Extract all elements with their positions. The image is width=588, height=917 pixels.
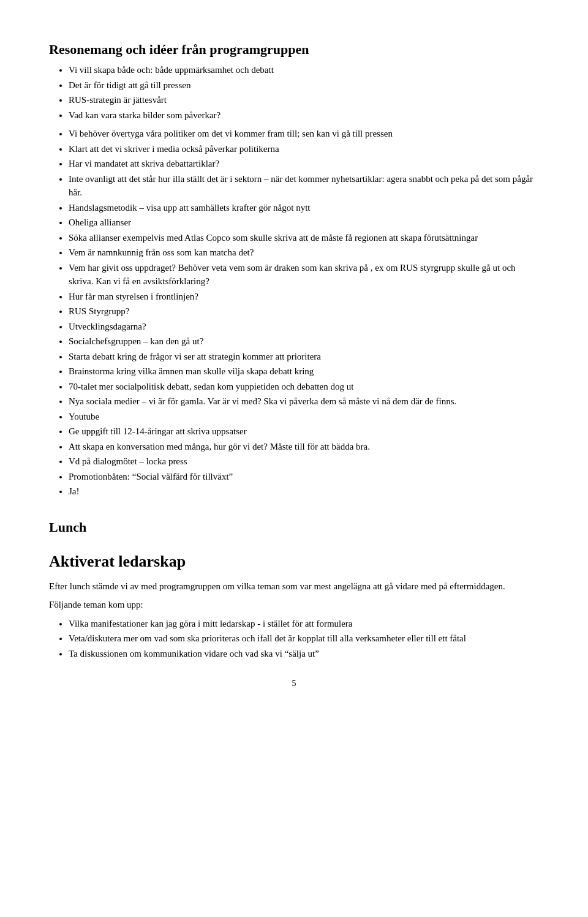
bullet-list-1: Vi vill skapa både och: både uppmärksamh…	[69, 63, 539, 122]
list-item: Hur får man styrelsen i frontlinjen?	[69, 290, 539, 304]
list-item: Vad kan vara starka bilder som påverkar?	[69, 108, 539, 123]
list-item: Youtube	[69, 410, 539, 424]
list-item: Socialchefsgruppen – kan den gå ut?	[69, 334, 539, 349]
list-item: Vi vill skapa både och: både uppmärksamh…	[69, 63, 539, 77]
list-item: Har vi mandatet att skriva debattartikla…	[69, 157, 539, 171]
list-item: Ja!	[69, 485, 539, 499]
list-item: Klart att det vi skriver i media också p…	[69, 142, 539, 156]
list-item: Vi behöver övertyga våra politiker om de…	[69, 127, 539, 141]
list-item: Utvecklingsdagarna?	[69, 320, 539, 334]
list-item: Vem har givit oss uppdraget? Behöver vet…	[69, 261, 539, 289]
list-item: Inte ovanligt att det står hur illa stäl…	[69, 172, 539, 200]
list-item: Nya sociala medier – vi är för gamla. Va…	[69, 394, 539, 409]
list-item: Att skapa en konversation med många, hur…	[69, 440, 539, 454]
list-item: Brainstorma kring vilka ämnen man skulle…	[69, 364, 539, 379]
lunch-heading: Lunch	[49, 517, 539, 537]
list-item: Oheliga allianser	[69, 216, 539, 230]
page: Resonemang och idéer från programgruppen…	[0, 0, 588, 702]
list-item: RUS-strategin är jättesvårt	[69, 93, 539, 107]
aktiverat-intro: Efter lunch stämde vi av med programgrup…	[49, 579, 539, 594]
aktiverat-heading: Aktiverat ledarskap	[49, 549, 539, 573]
list-item: Starta debatt kring de frågor vi ser att…	[69, 350, 539, 364]
list-item: RUS Styrgrupp?	[69, 304, 539, 319]
aktiverat-following-text: Följande teman kom upp:	[49, 598, 539, 612]
list-item: Vem är namnkunnig från oss som kan match…	[69, 246, 539, 260]
list-item: Ge uppgift till 12-14-åringar att skriva…	[69, 425, 539, 439]
list-item: Veta/diskutera mer om vad som ska priori…	[69, 632, 539, 646]
list-item: Promotionbåten: “Social välfärd för till…	[69, 470, 539, 484]
aktiverat-bullet-list: Vilka manifestationer kan jag göra i mit…	[69, 617, 539, 661]
list-item: Söka allianser exempelvis med Atlas Copc…	[69, 231, 539, 245]
page-number: 5	[292, 677, 296, 690]
resonemang-heading: Resonemang och idéer från programgruppen	[49, 39, 539, 59]
list-item: 70-talet mer socialpolitisk debatt, seda…	[69, 380, 539, 394]
list-item: Ta diskussionen om kommunikation vidare …	[69, 647, 539, 661]
list-item: Vilka manifestationer kan jag göra i mit…	[69, 617, 539, 631]
list-item: Det är för tidigt att gå till pressen	[69, 78, 539, 92]
bullet-list-2: Vi behöver övertyga våra politiker om de…	[69, 127, 539, 499]
list-item: Vd på dialogmötet – locka press	[69, 455, 539, 469]
list-item: Handslagsmetodik – visa upp att samhälle…	[69, 201, 539, 215]
